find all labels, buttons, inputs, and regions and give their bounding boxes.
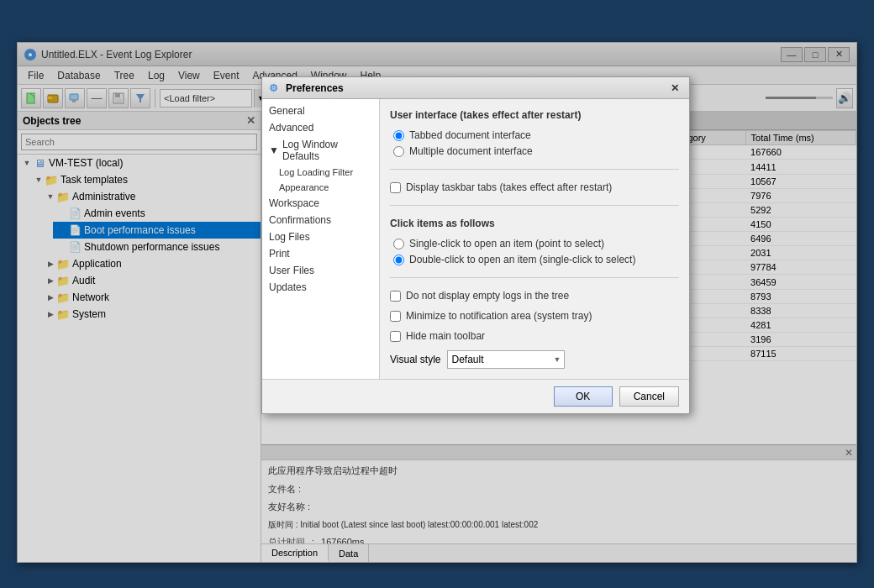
- dialog-title-bar: ⚙ Preferences ✕: [262, 77, 689, 99]
- checkbox-hide-toolbar-label: Hide main toolbar: [406, 330, 485, 342]
- checkbox-minimize-tray-label: Minimize to notification area (system tr…: [406, 310, 592, 322]
- nav-item-confirmations[interactable]: Confirmations: [262, 212, 379, 228]
- checkbox-minimize-tray-input[interactable]: [390, 311, 401, 322]
- radio-single-click[interactable]: Single-click to open an item (point to s…: [393, 238, 679, 249]
- visual-style-row: Visual style Default ▼: [390, 350, 679, 369]
- click-radio-group: Single-click to open an item (point to s…: [393, 238, 679, 265]
- checkbox-taskbar-tabs-input[interactable]: [390, 182, 401, 193]
- dialog-nav: General Advanced ▼ Log Window Defaults L…: [262, 99, 380, 379]
- nav-item-general[interactable]: General: [262, 102, 379, 119]
- checkbox-taskbar-tabs[interactable]: Display taskbar tabs (takes effect after…: [390, 181, 679, 193]
- radio-tabbed-label: Tabbed document interface: [409, 129, 531, 141]
- dialog-content: User interface (takes effect after resta…: [380, 99, 689, 379]
- dialog-ok-button[interactable]: OK: [554, 386, 613, 407]
- dialog-overlay: ⚙ Preferences ✕ General Advanced ▼ Log W…: [18, 43, 856, 562]
- checkbox-hide-toolbar[interactable]: Hide main toolbar: [390, 330, 679, 342]
- click-section-label: Click items as follows: [390, 218, 679, 229]
- nav-label-log-window: Log Window Defaults: [282, 139, 372, 162]
- nav-item-log-loading-filter[interactable]: Log Loading Filter: [262, 165, 379, 180]
- nav-item-updates[interactable]: Updates: [262, 279, 379, 296]
- radio-mdi-label: Multiple document interface: [409, 145, 533, 157]
- preferences-dialog: ⚙ Preferences ✕ General Advanced ▼ Log W…: [261, 76, 690, 414]
- checkbox-minimize-tray[interactable]: Minimize to notification area (system tr…: [390, 310, 679, 322]
- radio-double-click-label: Double-click to open an item (single-cli…: [409, 254, 635, 265]
- dialog-title-text: Preferences: [286, 82, 344, 94]
- preferences-icon: ⚙: [269, 82, 281, 94]
- nav-item-appearance[interactable]: Appearance: [262, 180, 379, 195]
- dialog-body: General Advanced ▼ Log Window Defaults L…: [262, 99, 689, 379]
- checkbox-hide-toolbar-input[interactable]: [390, 331, 401, 342]
- nav-expand-log-window: ▼: [269, 144, 279, 156]
- radio-mdi-input[interactable]: [393, 146, 404, 157]
- dialog-footer: OK Cancel: [262, 379, 689, 413]
- radio-double-click-input[interactable]: [393, 255, 404, 265]
- nav-item-user-files[interactable]: User Files: [262, 262, 379, 279]
- visual-style-label: Visual style: [390, 354, 440, 365]
- visual-style-value: Default: [451, 354, 483, 365]
- checkbox-taskbar-tabs-label: Display taskbar tabs (takes effect after…: [406, 181, 612, 193]
- radio-double-click[interactable]: Double-click to open an item (single-cli…: [393, 254, 679, 265]
- ui-section-label: User interface (takes effect after resta…: [390, 109, 679, 121]
- nav-item-workspace[interactable]: Workspace: [262, 195, 379, 212]
- app-window: ● Untitled.ELX - Event Log Explorer — □ …: [17, 42, 857, 563]
- nav-item-advanced[interactable]: Advanced: [262, 119, 379, 136]
- radio-mdi[interactable]: Multiple document interface: [393, 145, 679, 157]
- radio-single-click-input[interactable]: [393, 239, 404, 249]
- dialog-close-button[interactable]: ✕: [667, 81, 682, 96]
- radio-single-click-label: Single-click to open an item (point to s…: [409, 238, 604, 249]
- style-select-arrow-icon: ▼: [554, 355, 561, 364]
- dialog-title-left: ⚙ Preferences: [269, 82, 344, 94]
- divider-3: [390, 277, 679, 278]
- nav-item-print[interactable]: Print: [262, 245, 379, 262]
- nav-item-log-window-defaults[interactable]: ▼ Log Window Defaults: [262, 136, 379, 165]
- dialog-cancel-button[interactable]: Cancel: [619, 386, 679, 407]
- radio-tabbed-input[interactable]: [393, 130, 404, 141]
- checkbox-no-empty-label: Do not display empty logs in the tree: [406, 290, 569, 302]
- nav-item-log-files[interactable]: Log Files: [262, 228, 379, 245]
- ui-radio-group: Tabbed document interface Multiple docum…: [393, 129, 679, 157]
- divider-1: [390, 169, 679, 170]
- checkbox-no-empty[interactable]: Do not display empty logs in the tree: [390, 290, 679, 302]
- visual-style-select[interactable]: Default ▼: [447, 350, 565, 369]
- radio-tabbed[interactable]: Tabbed document interface: [393, 129, 679, 141]
- checkbox-no-empty-input[interactable]: [390, 291, 401, 302]
- divider-2: [390, 205, 679, 206]
